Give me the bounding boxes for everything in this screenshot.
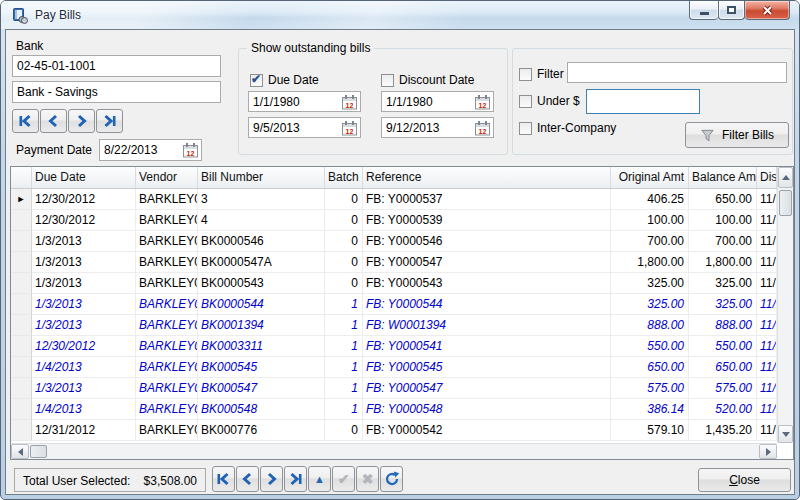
cell-due[interactable]: 12/30/2012 (32, 336, 136, 357)
calendar-icon[interactable]: 12 (474, 94, 491, 110)
cell-ref[interactable]: FB: Y0000544 (363, 294, 611, 315)
horizontal-scrollbar[interactable] (11, 443, 777, 459)
cell-orig[interactable]: 1,800.00 (611, 252, 689, 273)
row-selector-cell[interactable] (11, 315, 32, 336)
cell-due[interactable]: 1/3/2013 (32, 252, 136, 273)
cell-vendor[interactable]: BARKLEY001 (136, 420, 198, 441)
column-header-batch[interactable]: Batch (325, 167, 363, 188)
under-amount-checkbox[interactable] (519, 95, 532, 108)
table-row[interactable]: 1/4/2013BARKLEY001BK0005481FB: Y00005483… (11, 399, 777, 420)
column-header-disc[interactable]: Disc (757, 167, 777, 188)
cell-due[interactable]: 1/3/2013 (32, 294, 136, 315)
cell-vendor[interactable]: BARKLEY001 (136, 399, 198, 420)
intercompany-checkbox[interactable] (519, 122, 532, 135)
table-row[interactable]: 1/3/2013BARKLEY001BK00005460FB: Y0000546… (11, 231, 777, 252)
column-header-bill[interactable]: Bill Number (198, 167, 325, 188)
table-row[interactable]: 12/30/2012BARKLEY001BK00033111FB: Y00005… (11, 336, 777, 357)
cell-batch[interactable]: 1 (325, 357, 363, 378)
cell-batch[interactable]: 0 (325, 273, 363, 294)
cell-vendor[interactable]: BARKLEY001 (136, 294, 198, 315)
cell-vendor[interactable]: BARKLEY001 (136, 378, 198, 399)
current-row-marker[interactable]: ► (11, 189, 32, 210)
cell-orig[interactable]: 406.25 (611, 189, 689, 210)
cell-ref[interactable]: FB: Y0000546 (363, 231, 611, 252)
scroll-left-button[interactable] (11, 444, 29, 459)
cell-due[interactable]: 1/3/2013 (32, 231, 136, 252)
row-selector-cell[interactable] (11, 357, 32, 378)
cell-ref[interactable]: FB: Y0000542 (363, 420, 611, 441)
cell-orig[interactable]: 550.00 (611, 336, 689, 357)
cell-bill[interactable]: BK000545 (198, 357, 325, 378)
cell-ref[interactable]: FB: Y0000547 (363, 252, 611, 273)
cell-bal[interactable]: 700.00 (689, 231, 757, 252)
row-selector-cell[interactable] (11, 399, 32, 420)
grid-last-button[interactable] (284, 466, 307, 492)
discount-date-checkbox[interactable] (381, 74, 394, 87)
payment-date-field[interactable]: 8/22/2013 12 (99, 139, 202, 161)
cell-bill[interactable]: BK000548 (198, 399, 325, 420)
cell-bill[interactable]: BK0000546 (198, 231, 325, 252)
cell-vendor[interactable]: BARKLEY001 (136, 210, 198, 231)
cell-disc[interactable]: 11/ (757, 357, 777, 378)
cell-orig[interactable]: 100.00 (611, 210, 689, 231)
cell-bal[interactable]: 325.00 (689, 294, 757, 315)
calendar-icon[interactable]: 12 (182, 142, 199, 158)
scroll-down-button[interactable] (778, 425, 793, 443)
vertical-scroll-thumb[interactable] (779, 190, 792, 216)
grid-accept-button[interactable]: ✔ (332, 466, 355, 492)
row-selector-cell[interactable] (11, 231, 32, 252)
cell-batch[interactable]: 0 (325, 231, 363, 252)
cell-bal[interactable]: 520.00 (689, 399, 757, 420)
row-selector-cell[interactable] (11, 420, 32, 441)
cell-vendor[interactable]: BARKLEY001 (136, 189, 198, 210)
cell-ref[interactable]: FB: Y0000539 (363, 210, 611, 231)
cell-disc[interactable]: 11/ (757, 252, 777, 273)
cell-disc[interactable]: 11/ (757, 378, 777, 399)
cell-disc[interactable]: 11/ (757, 189, 777, 210)
filter-text-input[interactable] (567, 62, 787, 83)
column-header-ref[interactable]: Reference (363, 167, 611, 188)
cell-orig[interactable]: 325.00 (611, 294, 689, 315)
cell-ref[interactable]: FB: W0001394 (363, 315, 611, 336)
cell-orig[interactable]: 579.10 (611, 420, 689, 441)
cell-batch[interactable]: 0 (325, 420, 363, 441)
grid-first-button[interactable] (212, 466, 235, 492)
cell-bal[interactable]: 650.00 (689, 357, 757, 378)
discount-date-from-field[interactable]: 1/1/1980 12 (381, 91, 494, 112)
table-row[interactable]: 1/3/2013BARKLEY001BK0000547A0FB: Y000054… (11, 252, 777, 273)
cell-orig[interactable]: 386.14 (611, 399, 689, 420)
cell-ref[interactable]: FB: Y0000547 (363, 378, 611, 399)
discount-date-to-field[interactable]: 9/12/2013 12 (381, 117, 494, 138)
cell-disc[interactable]: 11/ (757, 420, 777, 441)
cell-disc[interactable]: 11/ (757, 315, 777, 336)
cell-disc[interactable]: 11/ (757, 210, 777, 231)
bank-next-button[interactable] (68, 109, 95, 133)
cell-vendor[interactable]: BARKLEY001 (136, 357, 198, 378)
due-date-from-field[interactable]: 1/1/1980 12 (248, 91, 361, 112)
row-selector-cell[interactable] (11, 336, 32, 357)
cell-bill[interactable]: 3 (198, 189, 325, 210)
cell-bal[interactable]: 100.00 (689, 210, 757, 231)
column-header-bal[interactable]: Balance Amt (689, 167, 757, 188)
cell-bal[interactable]: 325.00 (689, 273, 757, 294)
cell-bill[interactable]: BK000776 (198, 420, 325, 441)
cell-disc[interactable]: 11/ (757, 231, 777, 252)
cell-vendor[interactable]: BARKLEY001 (136, 252, 198, 273)
grid-refresh-button[interactable] (380, 466, 403, 492)
bank-account-field[interactable] (12, 55, 221, 77)
table-row[interactable]: 1/3/2013BARKLEY001BK00005441FB: Y0000544… (11, 294, 777, 315)
cell-bill[interactable]: BK000547 (198, 378, 325, 399)
cell-bill[interactable]: 4 (198, 210, 325, 231)
due-date-checkbox-row[interactable]: Due Date (250, 73, 319, 87)
table-row[interactable]: 1/3/2013BARKLEY001BK00005430FB: Y0000543… (11, 273, 777, 294)
cell-due[interactable]: 1/3/2013 (32, 315, 136, 336)
close-window-button[interactable] (745, 1, 790, 20)
calendar-icon[interactable]: 12 (341, 120, 358, 136)
table-row[interactable]: ►12/30/2012BARKLEY00130FB: Y0000537406.2… (11, 189, 777, 210)
table-row[interactable]: 12/30/2012BARKLEY00140FB: Y0000539100.00… (11, 210, 777, 231)
cell-bal[interactable]: 575.00 (689, 378, 757, 399)
cell-due[interactable]: 1/4/2013 (32, 399, 136, 420)
cell-vendor[interactable]: BARKLEY001 (136, 336, 198, 357)
due-date-to-field[interactable]: 9/5/2013 12 (248, 117, 361, 138)
cell-batch[interactable]: 1 (325, 315, 363, 336)
